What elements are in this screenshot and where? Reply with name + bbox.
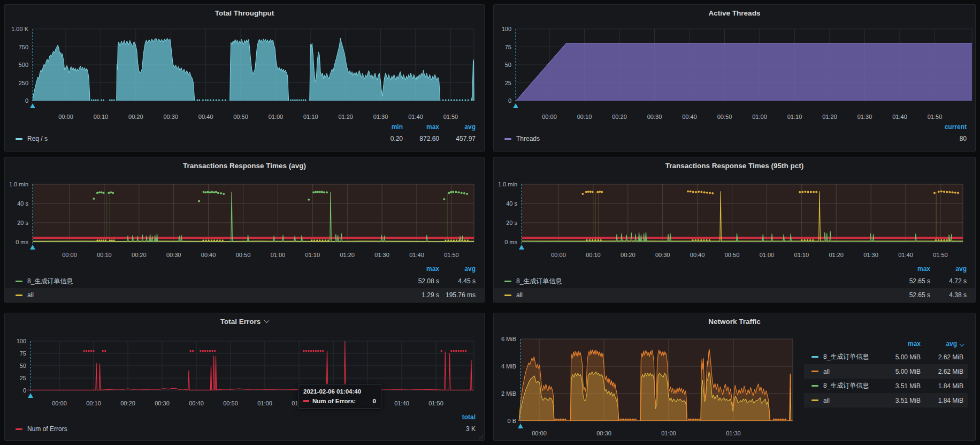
scatter-point [93,350,94,352]
legend-errors: total Num of Errors 3 K [5,412,484,435]
chart-tooltip: 2021-02-06 01:04:40 Num of Errors: 0 [298,384,381,409]
x-axis-tick-label: 00:30 [596,430,611,436]
panel-title-rt-avg[interactable]: Transactions Response Times (avg) [5,157,484,174]
scatter-point [325,239,326,241]
stat-avg: 4.45 s [439,277,476,285]
scatter-point [311,239,312,241]
legend-series-threads[interactable]: Threads [516,135,540,142]
legend-header-max[interactable]: max [403,123,439,131]
scatter-point [601,191,603,193]
legend-header-avg[interactable]: avg [930,265,967,273]
scatter-point [189,350,191,352]
scatter-point [804,191,806,193]
scatter-point [623,418,624,420]
scatter-point [101,100,102,101]
scatter-point [565,418,566,420]
scatter-point [83,350,85,352]
scatter-point [294,100,296,101]
scatter-point [782,418,783,420]
legend-series-order[interactable]: 8_生成订单信息 [516,277,562,286]
scatter-point [308,350,309,352]
y-axis-tick-label: 0 [23,387,26,394]
panel-title-network-traffic[interactable]: Network Traffic [494,313,975,329]
legend-header-max[interactable]: max [403,265,439,273]
x-axis-tick-label: 00:50 [223,400,238,406]
stat-avg: 1.84 MiB [921,382,963,390]
legend-header-avg[interactable]: avg [439,265,476,273]
legend-series-all-sent[interactable]: all [823,368,830,375]
y-axis-tick-label: 6 MiB [501,336,516,342]
scatter-point [209,350,211,352]
scatter-point [319,191,321,193]
scatter-point [109,100,111,101]
y-axis-tick-label: 40 s [17,200,28,207]
scatter-point [933,192,936,194]
legend-rt-95: max avg 8_生成订单信息 52.65 s 4.72 s all 52.6… [494,263,975,302]
y-axis-tick-label: 50 [505,62,511,68]
scatter-point [687,191,689,193]
scatter-point [96,192,98,194]
series-marker-icon [811,385,818,387]
legend-series-num-errors[interactable]: Num of Errors [27,425,67,433]
scatter-point [303,100,304,101]
legend-row: all 3.51 MiB 1.84 MiB [804,393,968,408]
x-axis-tick-label: 00:50 [725,252,740,258]
scatter-point [215,191,217,193]
legend-header-min[interactable]: min [366,123,403,131]
legend-header-max[interactable]: max [894,265,930,273]
legend-header-max[interactable]: max [878,340,921,348]
x-axis-tick-label: 01:20 [829,252,844,258]
scatter-point [462,100,463,101]
legend-series-req-s[interactable]: Req / s [27,135,48,142]
x-axis-tick-label: 00:00 [52,400,67,406]
legend-series-order[interactable]: 8_生成订单信息 [27,277,73,286]
scatter-point [599,191,601,193]
legend-series-order-sent[interactable]: 8_生成订单信息 [823,352,869,361]
scatter-point [692,191,694,193]
tooltip-timestamp: 2021-02-06 01:04:40 [303,388,376,395]
legend-row: all 5.00 MiB 2.62 MiB [804,364,968,379]
stat-max: 1.29 s [403,291,439,299]
scatter-point [957,192,959,194]
legend-header-total[interactable]: total [439,413,476,421]
scatter-point [101,191,103,193]
scatter-point [322,239,324,241]
scatter-point [445,100,447,101]
scatter-point [454,100,455,101]
legend-series-all-recv[interactable]: all [823,397,830,404]
legend-series-order-recv[interactable]: 8_生成订单信息 [823,381,869,390]
x-axis-tick-label: 01:40 [408,114,423,120]
x-axis-tick-label: 00:20 [128,114,143,120]
scatter-point [631,418,633,420]
panel-title-total-errors[interactable]: Total Errors [5,313,484,329]
legend-series-all[interactable]: all [516,291,523,299]
scatter-point [813,191,815,193]
legend-series-all[interactable]: all [27,291,34,299]
x-axis-tick-label: 01:20 [340,252,355,258]
stat-avg: 195.76 ms [439,291,476,299]
panel-title-total-throughput[interactable]: Total Throughput [5,5,484,21]
scatter-point [561,418,563,420]
scatter-point [558,418,560,420]
scatter-point [688,418,690,420]
panel-title-active-threads[interactable]: Active Threads [494,5,975,21]
panel-title-rt-95[interactable]: Transactions Response Times (95th pct) [494,157,975,174]
x-axis-tick-label: 01:10 [305,252,320,258]
scatter-point [463,350,464,352]
y-axis-tick-label: 1.00 K [11,26,28,32]
x-axis-tick-label: 01:30 [374,252,389,258]
scatter-point [799,191,801,193]
scatter-point [210,100,211,101]
y-axis-tick-label: 40 s [506,200,517,207]
scatter-point [596,191,599,193]
scatter-point [450,100,452,101]
legend-header-avg[interactable]: avg [439,123,476,131]
legend-header-avg[interactable]: avg [921,340,963,348]
scatter-point [112,192,114,194]
scatter-point [296,100,298,101]
x-axis-tick-label: 01:30 [858,114,872,120]
scatter-point [940,191,943,193]
scatter-point [103,239,104,241]
legend-header-current[interactable]: current [930,123,967,131]
scatter-point [778,418,779,420]
